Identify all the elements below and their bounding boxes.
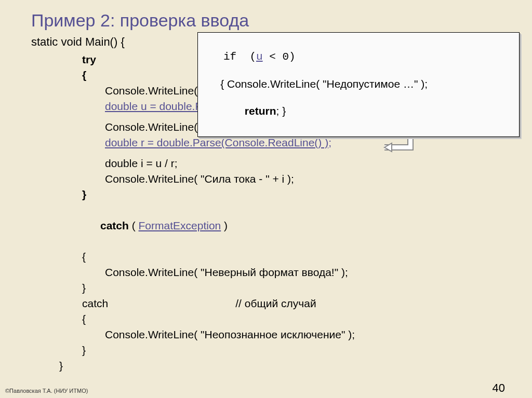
code-line: Console.WriteLine( "Сила тока - " + i ); bbox=[105, 171, 355, 187]
catch-1: catch ( FormatException ) bbox=[82, 202, 355, 249]
kw-catch: catch bbox=[100, 219, 129, 231]
kw-return: return bbox=[245, 105, 276, 117]
callout-line-1: if (u < 0) bbox=[205, 36, 512, 77]
var-u: u bbox=[256, 51, 263, 63]
code-line: Console.WriteLine( "Неверный формат ввод… bbox=[105, 265, 355, 280]
callout-box: if (u < 0) { Console.WriteLine( "Недопус… bbox=[197, 32, 520, 137]
brace-close-2: } bbox=[82, 280, 355, 296]
brace-close-3: } bbox=[82, 342, 355, 358]
brace-open-2: { bbox=[82, 249, 355, 265]
code-signature: static void Main() { bbox=[31, 35, 125, 49]
code-line: Console.WriteLine( "Неопознанное исключе… bbox=[105, 327, 355, 342]
slide-title: Пример 2: проверка ввода bbox=[31, 10, 249, 31]
brace-close-1: } bbox=[82, 187, 355, 202]
footer-copyright: ©Павловская Т.А. (НИУ ИТМО) bbox=[5, 388, 88, 394]
catch-2: catch // общий случай bbox=[82, 296, 355, 311]
page-number: 40 bbox=[493, 381, 505, 395]
brace-open-3: { bbox=[82, 311, 355, 327]
exception-type: FormatException bbox=[139, 219, 221, 231]
callout-line-2: { Console.WriteLine( "Недопустимое …" ); bbox=[205, 77, 512, 91]
code-line-parse-r: double r = double.Parse(Console.ReadLine… bbox=[105, 135, 355, 150]
brace-close-main: } bbox=[59, 358, 355, 374]
callout-line-3: return; } bbox=[205, 91, 512, 131]
code-line: double i = u / r; bbox=[105, 156, 355, 171]
